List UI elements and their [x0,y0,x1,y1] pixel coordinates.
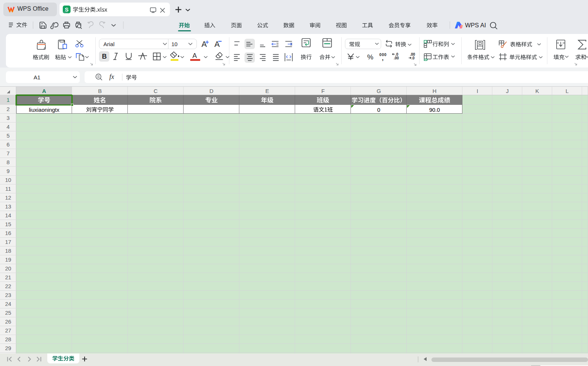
svg-text:WPS AI: WPS AI [465,22,486,28]
